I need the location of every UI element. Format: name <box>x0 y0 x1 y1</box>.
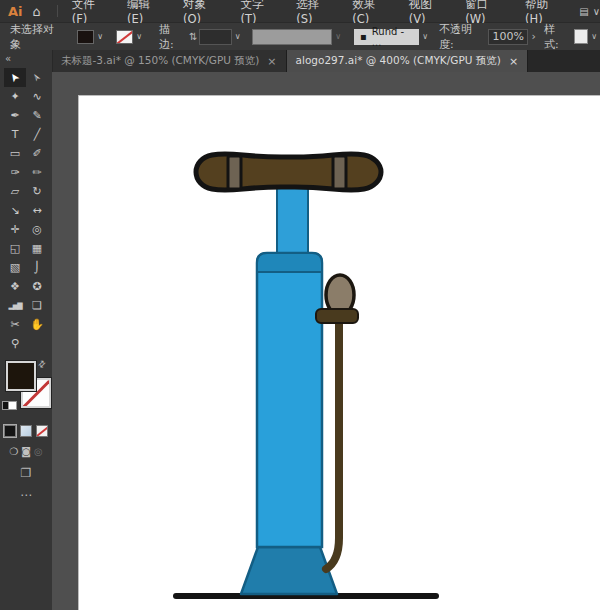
canvas-pasteboard <box>52 72 600 610</box>
stroke-color-swatch[interactable] <box>116 30 133 44</box>
handle-stripe-right[interactable] <box>333 156 346 189</box>
direct-selection-tool-icon[interactable]: ➢ <box>26 68 48 87</box>
workspace-switcher[interactable]: ▤ ∨ <box>579 6 600 17</box>
zoom-tool-icon[interactable]: ⚲ <box>4 334 26 353</box>
none-button[interactable] <box>36 425 48 437</box>
eraser-tool-icon[interactable]: ▱ <box>4 182 26 201</box>
artboard-tool-icon[interactable]: ❏ <box>26 296 48 315</box>
draw-normal-icon[interactable]: ❍ <box>9 446 18 457</box>
puppet-warp-tool-icon[interactable]: ✛ <box>4 220 26 239</box>
width-profile-value: Rund - ... <box>372 26 413 48</box>
draw-behind-icon[interactable]: ◙ <box>21 446 31 457</box>
more-tools-icon[interactable]: ⋯ <box>0 488 52 502</box>
width-profile-dropdown[interactable]: ▪ Rund - ... <box>354 29 419 45</box>
close-icon[interactable]: × <box>509 55 518 68</box>
color-type-buttons <box>0 425 52 437</box>
pump-body[interactable] <box>257 253 322 547</box>
line-segment-tool-icon[interactable]: ╱ <box>26 125 48 144</box>
opacity-label: 不透明度: <box>439 22 484 52</box>
document-tab-bar: 未标题-3.ai* @ 150% (CMYK/GPU 预览) × alogo29… <box>52 50 600 73</box>
tab-title: 未标题-3.ai* @ 150% (CMYK/GPU 预览) <box>61 54 259 68</box>
menu-object[interactable]: 对象(O) <box>183 0 222 26</box>
chevron-down-icon[interactable]: ∨ <box>235 32 241 41</box>
menu-select[interactable]: 选择(S) <box>296 0 333 26</box>
lasso-tool-icon[interactable]: ∿ <box>26 87 48 106</box>
selection-tool-icon[interactable]: ➤ <box>4 68 26 87</box>
style-swatch[interactable] <box>574 29 588 44</box>
chevron-down-icon[interactable]: ∨ <box>591 32 597 41</box>
handle-stripe-left[interactable] <box>228 156 241 189</box>
pump-illustration <box>52 72 600 610</box>
paintbrush-tool-icon[interactable]: ✐ <box>26 144 48 163</box>
pen-tool-icon[interactable]: ✒ <box>4 106 26 125</box>
empty-cell <box>26 334 48 353</box>
opacity-field[interactable]: 100% <box>488 29 528 45</box>
control-bar: 未选择对象 ∨ ∨ 描边: ⇅ ∨ ∨ ▪ Rund - ... ∨ 不透明度:… <box>0 23 600 51</box>
tab-untitled-3[interactable]: 未标题-3.ai* @ 150% (CMYK/GPU 预览) × <box>52 50 287 72</box>
pump-handle[interactable] <box>196 154 381 190</box>
screen-mode-icon[interactable]: ❐ <box>0 466 52 480</box>
pencil-tool-icon[interactable]: ✏ <box>26 163 48 182</box>
scale-tool-icon[interactable]: ↘ <box>4 201 26 220</box>
tools-panel: « ➤ ➢ ✦ ∿ ✒ ✎ T ╱ ▭ ✐ ✑ ✏ ▱ ↻ ↘ ↔ ✛ ◎ ◱ … <box>0 50 53 610</box>
fill-indicator-swatch[interactable] <box>6 361 36 391</box>
shape-builder-tool-icon[interactable]: ◱ <box>4 239 26 258</box>
home-icon[interactable]: ⌂ <box>33 4 41 19</box>
column-graph-tool-icon[interactable]: ▂▅▇ <box>4 296 26 315</box>
menu-type[interactable]: 文字(T) <box>241 0 278 26</box>
style-label: 样式: <box>544 22 568 52</box>
swap-fill-stroke-icon[interactable]: ⇄ <box>36 358 48 370</box>
chevron-down-icon[interactable]: ∨ <box>97 32 103 41</box>
bullet-icon: ▪ <box>360 31 367 42</box>
pump-shoulder[interactable] <box>257 253 322 272</box>
menu-bar: Ai ⌂ 文件(F) 编辑(E) 对象(O) 文字(T) 选择(S) 效果(C)… <box>0 0 600 23</box>
free-transform-tool-icon[interactable]: ◎ <box>26 220 48 239</box>
default-fill-stroke-icon[interactable] <box>2 401 17 412</box>
drawing-modes: ❍ ◙ ◎ <box>0 446 52 457</box>
chevron-down-icon[interactable]: ∨ <box>136 32 142 41</box>
illustrator-logo: Ai <box>8 4 23 19</box>
rectangle-tool-icon[interactable]: ▭ <box>4 144 26 163</box>
perspective-grid-tool-icon[interactable]: ▦ <box>26 239 48 258</box>
stroke-weight-stepper[interactable]: ⇅ <box>189 31 197 42</box>
menu-file[interactable]: 文件(F) <box>72 0 108 26</box>
brush-definition-dropdown[interactable] <box>252 29 332 45</box>
symbol-sprayer-tool-icon[interactable]: ✪ <box>26 277 48 296</box>
color-button[interactable] <box>4 425 16 437</box>
curvature-tool-icon[interactable]: ✎ <box>26 106 48 125</box>
fill-stroke-indicator: ⇄ <box>0 359 52 421</box>
pump-hose[interactable] <box>326 318 339 569</box>
gradient-button[interactable] <box>20 425 32 437</box>
eyedropper-tool-icon[interactable]: ⌡ <box>26 258 48 277</box>
magic-wand-tool-icon[interactable]: ✦ <box>4 87 26 106</box>
valve-bar[interactable] <box>316 309 358 323</box>
menu-effect[interactable]: 效果(C) <box>352 0 390 26</box>
tools-grid: ➤ ➢ ✦ ∿ ✒ ✎ T ╱ ▭ ✐ ✑ ✏ ▱ ↻ ↘ ↔ ✛ ◎ ◱ ▦ … <box>0 68 52 353</box>
menu-items: 文件(F) 编辑(E) 对象(O) 文字(T) 选择(S) 效果(C) 视图(V… <box>72 0 563 26</box>
fill-color-swatch[interactable] <box>77 30 94 44</box>
stroke-weight-label: 描边: <box>159 22 183 52</box>
tab-alogo297[interactable]: alogo297.ai* @ 400% (CMYK/GPU 预览) × <box>287 50 529 72</box>
shaper-tool-icon[interactable]: ✑ <box>4 163 26 182</box>
hand-tool-icon[interactable]: ✋ <box>26 315 48 334</box>
width-tool-icon[interactable]: ↔ <box>26 201 48 220</box>
chevron-down-icon[interactable]: ∨ <box>422 32 428 41</box>
chevron-down-icon: ∨ <box>593 6 600 17</box>
selection-status-label: 未选择对象 <box>10 22 61 52</box>
opacity-expander[interactable]: › <box>532 30 536 43</box>
close-icon[interactable]: × <box>267 55 276 68</box>
slice-tool-icon[interactable]: ✂ <box>4 315 26 334</box>
draw-inside-icon: ◎ <box>34 446 43 457</box>
collapse-panel-icon[interactable]: « <box>0 50 52 68</box>
rotate-tool-icon[interactable]: ↻ <box>26 182 48 201</box>
workspace-icon: ▤ <box>579 6 588 17</box>
stroke-weight-field[interactable] <box>199 29 231 45</box>
gradient-tool-icon[interactable]: ▧ <box>4 258 26 277</box>
type-tool-icon[interactable]: T <box>4 125 26 144</box>
chevron-down-icon: ∨ <box>335 32 341 41</box>
tab-title: alogo297.ai* @ 400% (CMYK/GPU 预览) <box>296 54 501 68</box>
divider <box>57 5 58 17</box>
blend-tool-icon[interactable]: ❖ <box>4 277 26 296</box>
